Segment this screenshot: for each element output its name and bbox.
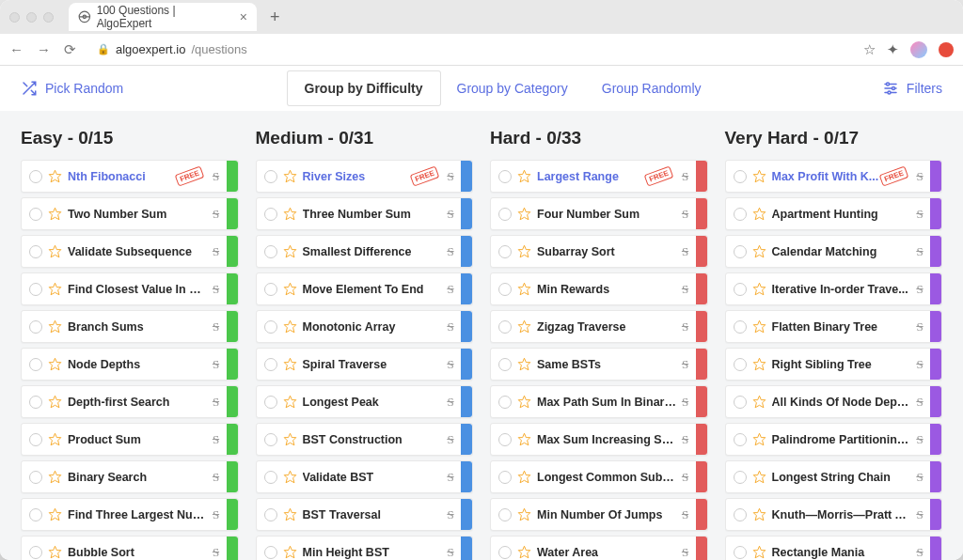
completion-radio[interactable] bbox=[264, 170, 277, 183]
new-tab-button[interactable]: + bbox=[270, 8, 280, 27]
completion-radio[interactable] bbox=[264, 396, 277, 409]
question-card[interactable]: Smallest DifferenceS bbox=[256, 235, 474, 268]
completion-radio[interactable] bbox=[734, 433, 747, 446]
favorite-star-icon[interactable] bbox=[283, 244, 297, 258]
question-card[interactable]: Iterative In-order Trave...S bbox=[725, 272, 943, 305]
forward-icon[interactable]: → bbox=[37, 41, 51, 58]
favorite-star-icon[interactable] bbox=[283, 282, 297, 296]
completion-radio[interactable] bbox=[734, 358, 747, 371]
completion-radio[interactable] bbox=[29, 471, 42, 484]
question-card[interactable]: Binary SearchS bbox=[21, 460, 239, 493]
star-icon[interactable]: ☆ bbox=[863, 41, 876, 58]
question-card[interactable]: Monotonic ArrayS bbox=[256, 310, 474, 343]
close-window-dot[interactable] bbox=[9, 12, 20, 23]
completion-radio[interactable] bbox=[29, 508, 42, 521]
favorite-star-icon[interactable] bbox=[48, 545, 62, 559]
question-card[interactable]: Three Number SumS bbox=[256, 197, 474, 230]
completion-radio[interactable] bbox=[498, 546, 512, 559]
question-card[interactable]: Flatten Binary TreeS bbox=[725, 310, 943, 343]
favorite-star-icon[interactable] bbox=[283, 207, 297, 221]
question-card[interactable]: Node DepthsS bbox=[21, 348, 239, 381]
question-card[interactable]: Subarray SortS bbox=[490, 235, 708, 268]
favorite-star-icon[interactable] bbox=[752, 207, 766, 221]
completion-radio[interactable] bbox=[29, 208, 42, 221]
question-card[interactable]: Spiral TraverseS bbox=[256, 348, 474, 381]
pick-random-button[interactable]: Pick Random bbox=[21, 80, 123, 97]
favorite-star-icon[interactable] bbox=[48, 244, 62, 258]
question-card[interactable]: Find Three Largest Num...S bbox=[21, 498, 239, 531]
profile-avatar[interactable] bbox=[910, 41, 927, 58]
question-card[interactable]: Branch SumsS bbox=[21, 310, 239, 343]
question-card[interactable]: Longest String ChainS bbox=[725, 460, 943, 493]
max-window-dot[interactable] bbox=[43, 12, 54, 23]
favorite-star-icon[interactable] bbox=[283, 507, 297, 521]
question-card[interactable]: Depth-first SearchS bbox=[21, 385, 239, 418]
question-card[interactable]: Knuth—Morris—Pratt A...S bbox=[725, 498, 943, 531]
question-card[interactable]: All Kinds Of Node DepthsS bbox=[725, 385, 943, 418]
tab-group-category[interactable]: Group by Category bbox=[440, 71, 585, 105]
completion-radio[interactable] bbox=[29, 245, 42, 258]
completion-radio[interactable] bbox=[29, 320, 42, 334]
favorite-star-icon[interactable] bbox=[48, 207, 62, 221]
question-card[interactable]: Right Sibling TreeS bbox=[725, 348, 943, 381]
favorite-star-icon[interactable] bbox=[517, 507, 531, 521]
extensions-icon[interactable]: ✦ bbox=[887, 41, 899, 58]
completion-radio[interactable] bbox=[29, 283, 42, 296]
completion-radio[interactable] bbox=[498, 508, 512, 521]
question-card[interactable]: Validate SubsequenceS bbox=[21, 235, 239, 268]
filters-button[interactable]: Filters bbox=[882, 80, 942, 97]
question-card[interactable]: Four Number SumS bbox=[490, 197, 708, 230]
completion-radio[interactable] bbox=[264, 208, 277, 221]
completion-radio[interactable] bbox=[734, 283, 747, 296]
completion-radio[interactable] bbox=[734, 170, 747, 183]
favorite-star-icon[interactable] bbox=[752, 244, 766, 258]
completion-radio[interactable] bbox=[264, 471, 277, 484]
completion-radio[interactable] bbox=[498, 396, 512, 409]
favorite-star-icon[interactable] bbox=[283, 169, 297, 183]
question-card[interactable]: River SizesFREES bbox=[256, 160, 474, 193]
favorite-star-icon[interactable] bbox=[517, 545, 531, 559]
question-card[interactable]: Calendar MatchingS bbox=[725, 235, 943, 268]
favorite-star-icon[interactable] bbox=[48, 470, 62, 484]
question-card[interactable]: Zigzag TraverseS bbox=[490, 310, 708, 343]
favorite-star-icon[interactable] bbox=[517, 470, 531, 484]
favorite-star-icon[interactable] bbox=[517, 207, 531, 221]
favorite-star-icon[interactable] bbox=[283, 319, 297, 334]
favorite-star-icon[interactable] bbox=[752, 470, 766, 484]
completion-radio[interactable] bbox=[734, 508, 747, 521]
extension-badge[interactable] bbox=[939, 42, 954, 57]
question-card[interactable]: Apartment HuntingS bbox=[725, 197, 943, 230]
question-card[interactable]: Product SumS bbox=[21, 423, 239, 456]
favorite-star-icon[interactable] bbox=[283, 470, 297, 484]
completion-radio[interactable] bbox=[498, 433, 512, 446]
completion-radio[interactable] bbox=[498, 320, 512, 334]
completion-radio[interactable] bbox=[498, 471, 512, 484]
favorite-star-icon[interactable] bbox=[517, 244, 531, 258]
favorite-star-icon[interactable] bbox=[752, 282, 766, 296]
favorite-star-icon[interactable] bbox=[752, 507, 766, 521]
completion-radio[interactable] bbox=[734, 320, 747, 334]
question-card[interactable]: Nth FibonacciFREES bbox=[21, 160, 239, 193]
completion-radio[interactable] bbox=[734, 208, 747, 221]
completion-radio[interactable] bbox=[264, 245, 277, 258]
back-icon[interactable]: ← bbox=[9, 41, 24, 58]
question-card[interactable]: Move Element To EndS bbox=[256, 272, 474, 305]
question-card[interactable]: Water AreaS bbox=[490, 536, 708, 560]
favorite-star-icon[interactable] bbox=[752, 169, 766, 183]
completion-radio[interactable] bbox=[264, 546, 277, 559]
favorite-star-icon[interactable] bbox=[283, 395, 297, 409]
favorite-star-icon[interactable] bbox=[283, 357, 297, 371]
favorite-star-icon[interactable] bbox=[517, 432, 531, 446]
completion-radio[interactable] bbox=[734, 396, 747, 409]
favorite-star-icon[interactable] bbox=[48, 282, 62, 296]
favorite-star-icon[interactable] bbox=[517, 169, 531, 183]
browser-tab[interactable]: 100 Questions | AlgoExpert × bbox=[69, 3, 257, 31]
completion-radio[interactable] bbox=[29, 170, 42, 183]
completion-radio[interactable] bbox=[734, 546, 747, 559]
favorite-star-icon[interactable] bbox=[48, 432, 62, 446]
favorite-star-icon[interactable] bbox=[283, 545, 297, 559]
question-card[interactable]: Two Number SumS bbox=[21, 197, 239, 230]
favorite-star-icon[interactable] bbox=[48, 395, 62, 409]
question-card[interactable]: BST TraversalS bbox=[256, 498, 474, 531]
favorite-star-icon[interactable] bbox=[752, 545, 766, 559]
